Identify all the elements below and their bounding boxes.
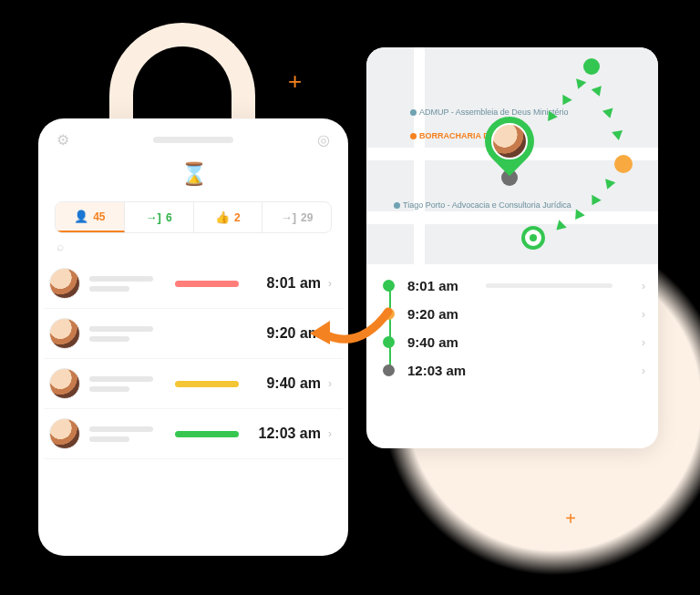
timeline-item[interactable]: 9:20 am › bbox=[383, 300, 651, 328]
time-label: 9:40 am bbox=[407, 334, 479, 350]
target-icon[interactable]: ◎ bbox=[317, 131, 330, 149]
enter-icon: →] bbox=[146, 210, 161, 224]
list-item[interactable]: 9:20 am › bbox=[44, 309, 343, 359]
route-arrow-icon bbox=[602, 179, 616, 191]
route-start-dot bbox=[583, 58, 600, 75]
chevron-right-icon: › bbox=[642, 280, 651, 292]
status-pill bbox=[175, 431, 239, 437]
tab-count: 2 bbox=[234, 211, 241, 224]
connection-arrow-icon bbox=[304, 301, 396, 364]
thumb-icon: 👍 bbox=[215, 210, 230, 224]
time-label: 12:03 am bbox=[250, 426, 321, 442]
tab-entered[interactable]: →] 6 bbox=[125, 202, 194, 232]
chevron-right-icon: › bbox=[642, 336, 651, 349]
pin-icon bbox=[410, 133, 417, 139]
tab-exited[interactable]: →] 29 bbox=[262, 202, 331, 232]
timeline-item[interactable]: 12:03 am › bbox=[383, 356, 651, 385]
time-label: 9:20 am bbox=[407, 306, 479, 322]
name-placeholder bbox=[89, 276, 153, 292]
gear-icon[interactable]: ⚙ bbox=[57, 131, 69, 149]
list-item[interactable]: 9:40 am › bbox=[44, 359, 343, 409]
chevron-right-icon: › bbox=[642, 364, 651, 377]
time-label: 8:01 am bbox=[250, 275, 321, 292]
person-icon: 👤 bbox=[74, 210, 88, 223]
pin-icon bbox=[394, 202, 400, 209]
route-arrow-icon bbox=[573, 78, 587, 91]
phone-notch bbox=[153, 137, 233, 143]
route-current-ring bbox=[521, 226, 545, 250]
list-item[interactable]: 8:01 am › bbox=[44, 259, 343, 309]
route-stop-dot bbox=[614, 155, 633, 173]
map-view[interactable]: ADMUP - Assembleia de Deus Ministério BO… bbox=[366, 47, 658, 264]
route-arrow-icon bbox=[602, 108, 615, 120]
avatar bbox=[49, 318, 80, 349]
employee-list-panel: ⚙ ◎ ⌛ 👤 45 →] 6 👍 2 →] 29 8:01 am › bbox=[38, 118, 348, 556]
timeline-dot bbox=[383, 280, 395, 292]
tab-count: 45 bbox=[93, 210, 105, 223]
name-placeholder bbox=[89, 326, 153, 342]
map-road bbox=[414, 47, 425, 264]
search-input[interactable] bbox=[55, 242, 332, 253]
route-arrow-icon bbox=[592, 86, 605, 98]
tab-approved[interactable]: 👍 2 bbox=[194, 202, 263, 232]
status-pill bbox=[175, 331, 239, 337]
list-item[interactable]: 12:03 am › bbox=[44, 409, 343, 459]
avatar bbox=[49, 268, 80, 299]
time-label: 9:40 am bbox=[250, 375, 321, 392]
avatar bbox=[49, 368, 80, 399]
tab-count: 6 bbox=[166, 211, 172, 224]
chevron-right-icon: › bbox=[328, 427, 332, 440]
progress-placeholder bbox=[486, 283, 634, 288]
chevron-right-icon: › bbox=[328, 377, 332, 390]
route-arrow-icon bbox=[612, 130, 624, 141]
map-timeline-panel: ADMUP - Assembleia de Deus Ministério BO… bbox=[366, 47, 658, 448]
time-label: 8:01 am bbox=[407, 278, 479, 293]
avatar bbox=[491, 123, 528, 159]
avatar bbox=[49, 418, 80, 449]
svg-marker-0 bbox=[310, 321, 330, 344]
timeline-list: 8:01 am › 9:20 am › 9:40 am › 12:03 am › bbox=[366, 264, 658, 395]
timeline-dot bbox=[383, 364, 395, 376]
exit-icon: →] bbox=[281, 210, 296, 224]
route-arrow-icon bbox=[587, 195, 601, 209]
pin-icon bbox=[410, 109, 417, 116]
status-pill bbox=[175, 281, 239, 287]
map-road bbox=[366, 211, 658, 224]
chevron-right-icon: › bbox=[642, 308, 651, 321]
name-placeholder bbox=[89, 376, 153, 392]
tab-count: 29 bbox=[301, 211, 313, 224]
app-logo-icon: ⌛ bbox=[38, 161, 348, 187]
timeline-item[interactable]: 9:40 am › bbox=[383, 328, 651, 356]
chevron-right-icon: › bbox=[328, 277, 332, 290]
time-label: 12:03 am bbox=[407, 363, 479, 378]
plus-icon: + bbox=[565, 508, 576, 529]
route-arrow-icon bbox=[558, 95, 571, 108]
status-tabs: 👤 45 →] 6 👍 2 →] 29 bbox=[55, 201, 332, 233]
tab-present[interactable]: 👤 45 bbox=[56, 202, 125, 232]
plus-icon: + bbox=[288, 67, 302, 96]
map-poi-label: Tiago Porto - Advocacia e Consultoria Ju… bbox=[394, 200, 571, 210]
timeline-item[interactable]: 8:01 am › bbox=[383, 272, 651, 300]
name-placeholder bbox=[89, 426, 153, 442]
employee-list: 8:01 am › 9:20 am › 9:40 am › 12:03 am › bbox=[44, 259, 343, 459]
status-pill bbox=[175, 381, 239, 387]
user-location-pin[interactable] bbox=[485, 117, 534, 166]
